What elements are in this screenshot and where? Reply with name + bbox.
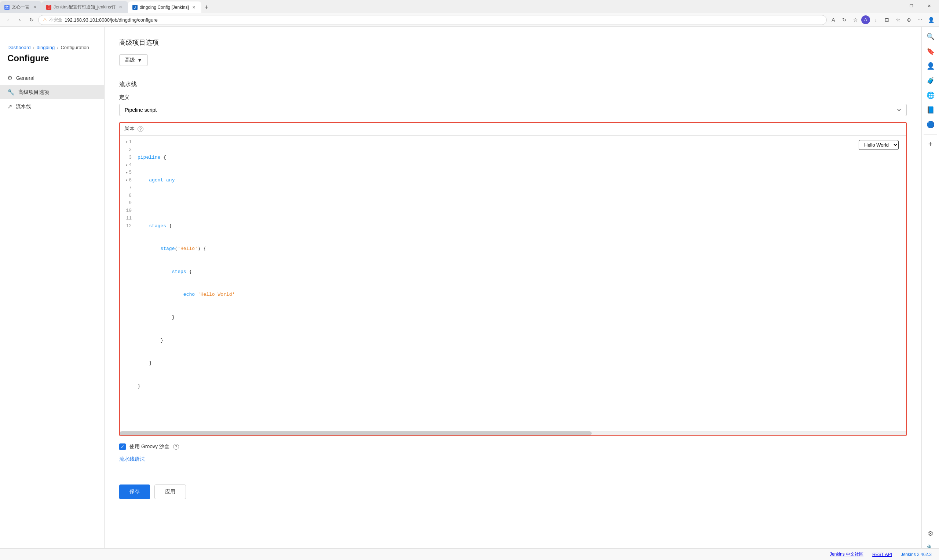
- code-line-12: [137, 405, 903, 413]
- pin-icon[interactable]: ☆: [893, 15, 903, 25]
- share-icon[interactable]: ⊕: [904, 15, 914, 25]
- definition-select[interactable]: Pipeline script Pipeline script from SCM: [119, 104, 907, 116]
- advanced-dropdown-label: 高级: [125, 57, 135, 63]
- tab-close-wenxin[interactable]: ✕: [32, 5, 37, 10]
- tab-favicon-jenkins: C: [46, 5, 51, 10]
- user-avatar[interactable]: 👤: [926, 15, 936, 25]
- advanced-dropdown-arrow: ▼: [137, 57, 142, 63]
- str-hello: 'Hello': [177, 246, 198, 251]
- tab-close-jenkins[interactable]: ✕: [118, 5, 123, 10]
- pipeline-syntax-link[interactable]: 流水线语法: [119, 456, 145, 463]
- kw-stage: stage: [160, 246, 174, 251]
- restore-button[interactable]: ❐: [903, 0, 920, 12]
- code-line-5: stage('Hello') {: [137, 245, 903, 253]
- pipeline-section: 流水线 定义 Pipeline script Pipeline script f…: [119, 81, 907, 499]
- script-editor[interactable]: ▸1 2 3 ▸4 ▸5 ▸6 7 8 9 10 11 12 pip: [120, 135, 906, 431]
- line-5: ▸5: [123, 169, 132, 177]
- groovy-sandbox-checkbox[interactable]: [119, 443, 126, 450]
- close-button[interactable]: ✕: [920, 0, 937, 12]
- advanced-dropdown[interactable]: 高级 ▼: [119, 54, 148, 66]
- line-numbers: ▸1 2 3 ▸4 ▸5 ▸6 7 8 9 10 11 12: [120, 137, 135, 429]
- rest-api-link[interactable]: REST API: [872, 552, 892, 557]
- line-11: 11: [123, 215, 132, 223]
- breadcrumb-dashboard[interactable]: Dashboard: [7, 45, 31, 50]
- str-hello-world: 'Hello World': [198, 292, 235, 297]
- security-icon: ⚠: [43, 17, 47, 22]
- kw-stages: stages: [149, 223, 166, 229]
- rs-bag-icon[interactable]: 🧳: [924, 74, 937, 87]
- jenkins-community-link[interactable]: Jenkins 中文社区: [830, 551, 863, 557]
- sidebar-item-pipeline[interactable]: ↗ 流水线: [0, 99, 104, 114]
- line-4: ▸4: [123, 161, 132, 169]
- back-button[interactable]: ‹: [3, 15, 13, 25]
- code-line-1: pipeline {: [137, 154, 903, 162]
- code-line-8: }: [137, 314, 903, 322]
- apply-button[interactable]: 应用: [154, 485, 186, 499]
- translate-icon[interactable]: A: [828, 15, 839, 25]
- sidebar-item-advanced[interactable]: 🔧 高级项目选项: [0, 85, 104, 99]
- profile-icon[interactable]: A: [861, 15, 870, 24]
- rs-add-icon[interactable]: +: [924, 137, 937, 151]
- kw-any: any: [166, 177, 174, 183]
- tab-jenkins-config[interactable]: C Jenkins配置钉钉通知_jenkins钉 ✕: [42, 1, 128, 13]
- more-menu-icon[interactable]: ⋯: [915, 15, 925, 25]
- code-line-4: stages {: [137, 223, 903, 230]
- save-button[interactable]: 保存: [119, 485, 150, 499]
- rs-settings-icon[interactable]: ⚙: [924, 527, 937, 540]
- minimize-button[interactable]: ─: [885, 0, 902, 12]
- kw-agent: agent: [149, 177, 163, 183]
- sidebar-item-general[interactable]: ⚙ General: [0, 71, 104, 85]
- code-content[interactable]: pipeline { agent any stages { stage('Hel…: [135, 137, 906, 429]
- line-8: 8: [123, 192, 132, 200]
- extension-icon[interactable]: ↓: [871, 15, 881, 25]
- rs-user-icon[interactable]: 👤: [924, 59, 937, 72]
- rs-edge-icon[interactable]: 🌐: [924, 89, 937, 102]
- rs-search-icon[interactable]: 🔍: [924, 30, 937, 43]
- tab-close-dingding[interactable]: ✕: [191, 5, 197, 10]
- groovy-section: 使用 Groovy 沙盒 ?: [119, 443, 907, 450]
- refresh-icon[interactable]: ↻: [839, 15, 850, 25]
- rs-teams-icon[interactable]: 🔵: [924, 118, 937, 131]
- sidebar-item-general-label: General: [16, 75, 34, 81]
- rs-outlook-icon[interactable]: 📘: [924, 103, 937, 117]
- script-help-icon[interactable]: ?: [137, 126, 143, 132]
- tab-favicon-wenxin: 文: [5, 5, 9, 10]
- action-buttons: 保存 应用: [119, 485, 907, 499]
- tab-dingding-active[interactable]: J dingding Config [Jenkins] ✕: [128, 2, 201, 13]
- browser-toolbar: ‹ › ↻ ⚠ 不安全 192.168.93.101:8080/job/ding…: [0, 13, 939, 27]
- hello-world-dropdown-wrapper: Hello World: [859, 140, 899, 150]
- split-view-icon[interactable]: ⊟: [882, 15, 892, 25]
- forward-button[interactable]: ›: [15, 15, 25, 25]
- pipeline-icon: ↗: [7, 103, 12, 110]
- kw-pipeline: pipeline: [137, 155, 160, 160]
- security-label: 不安全: [49, 17, 62, 23]
- tab-wenxin[interactable]: 文 文心一言 ✕: [0, 1, 42, 13]
- sidebar-item-pipeline-label: 流水线: [16, 103, 31, 110]
- kw-echo: echo: [183, 292, 195, 297]
- horizontal-scrollbar[interactable]: [120, 431, 906, 435]
- code-line-2: agent any: [137, 177, 903, 185]
- breadcrumb-dingding[interactable]: dingding: [37, 45, 55, 50]
- footer: Jenkins 中文社区 REST API Jenkins 2.462.3: [0, 548, 939, 558]
- hello-world-dropdown[interactable]: Hello World: [859, 140, 899, 150]
- code-line-7: echo 'Hello World': [137, 291, 903, 299]
- code-line-6: steps {: [137, 268, 903, 276]
- address-bar[interactable]: ⚠ 不安全 192.168.93.101:8080/job/dingding/c…: [38, 15, 827, 25]
- tab-title-jenkins: Jenkins配置钉钉通知_jenkins钉: [54, 4, 116, 10]
- line-10: 10: [123, 207, 132, 215]
- rs-favorite-icon[interactable]: 🔖: [924, 45, 937, 58]
- new-tab-button[interactable]: +: [201, 2, 212, 12]
- advanced-icon: 🔧: [7, 89, 15, 95]
- sidebar-item-advanced-label: 高级项目选项: [19, 89, 49, 95]
- line-7: 7: [123, 185, 132, 192]
- sidebar: Dashboard › dingding › Configuration Con…: [0, 27, 105, 558]
- reload-button[interactable]: ↻: [26, 15, 37, 25]
- favorites-icon[interactable]: ☆: [850, 15, 860, 25]
- line-6: ▸6: [123, 177, 132, 185]
- configure-title: Configure: [0, 53, 104, 71]
- groovy-help-icon[interactable]: ?: [173, 444, 179, 450]
- fold-arrow-1: ▸: [126, 139, 128, 145]
- script-label: 脚本: [124, 126, 135, 132]
- tab-bar-row: 文 文心一言 ✕ C Jenkins配置钉钉通知_jenkins钉 ✕ J di…: [0, 0, 939, 13]
- tab-title-wenxin: 文心一言: [12, 4, 29, 10]
